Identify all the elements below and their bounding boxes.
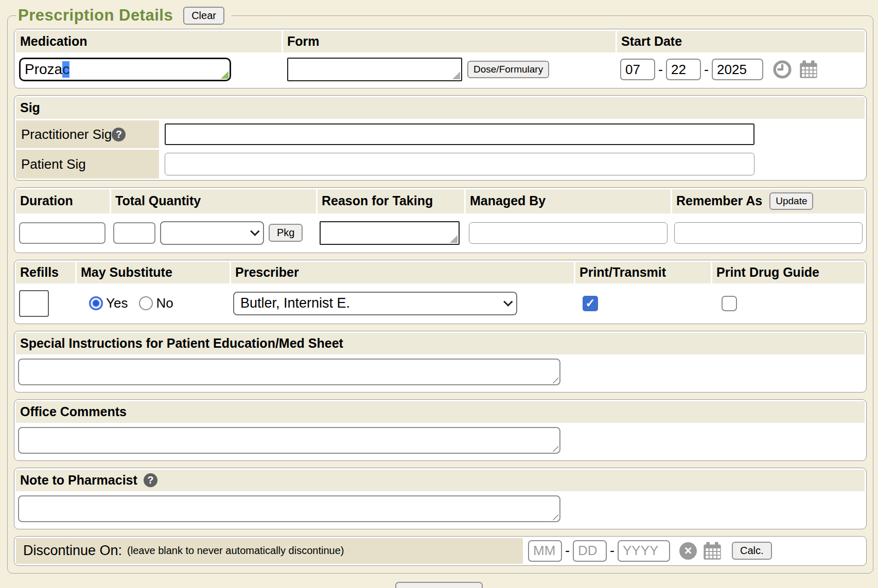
- note-to-pharmacist-header: Note to Pharmacist: [20, 473, 137, 488]
- details-panel: Duration Total Quantity Reason for Takin…: [14, 187, 867, 253]
- patient-sig-label: Patient Sig: [21, 156, 86, 172]
- practitioner-sig-label-cell: Practitioner Sig?: [16, 120, 159, 148]
- total-quantity-label: Total Quantity: [111, 189, 316, 213]
- form-label: Form: [283, 31, 616, 52]
- calc-button[interactable]: Calc.: [732, 542, 772, 560]
- print-drug-guide-checkbox[interactable]: [722, 296, 737, 311]
- dose-formulary-button[interactable]: Dose/Formulary: [467, 61, 549, 78]
- total-quantity-input[interactable]: [113, 222, 155, 244]
- quantity-unit-select[interactable]: [160, 221, 264, 245]
- start-date-day-input[interactable]: [666, 59, 701, 80]
- clear-date-icon[interactable]: ×: [679, 542, 697, 560]
- special-instructions-header: Special Instructions for Patient Educati…: [16, 333, 865, 354]
- fieldset-legend: Prescription Details Clear: [16, 6, 232, 25]
- duration-label: Duration: [16, 189, 110, 213]
- remember-as-input[interactable]: [674, 222, 863, 244]
- medication-panel-header: Medication Form Start Date: [16, 31, 865, 52]
- discontinue-year-input[interactable]: [618, 540, 670, 562]
- discontinue-label: Discontinue On:: [23, 543, 122, 559]
- note-to-pharmacist-header-cell: Note to Pharmacist?: [16, 470, 865, 491]
- remember-as-label-cell: Remember As Update: [672, 189, 865, 213]
- discontinue-label-cell: Discontinue On: (leave blank to never au…: [16, 538, 523, 564]
- may-substitute-no-label: No: [156, 295, 173, 311]
- may-substitute-yes-label: Yes: [106, 295, 128, 311]
- print-drug-guide-label: Print Drug Guide: [712, 262, 865, 283]
- date-separator: -: [610, 543, 614, 559]
- prescriber-panel: Refills May Substitute Prescriber Print/…: [14, 260, 867, 324]
- clear-button[interactable]: Clear: [183, 7, 224, 25]
- time-clock-icon[interactable]: [772, 60, 792, 79]
- practitioner-sig-input[interactable]: [165, 123, 754, 145]
- close-icon: ×: [684, 543, 692, 558]
- page-title: Prescription Details: [18, 6, 173, 25]
- date-separator: -: [565, 543, 570, 559]
- resize-corner-icon: [452, 72, 460, 79]
- chevron-down-icon: [250, 227, 259, 236]
- print-transmit-checkbox[interactable]: ✓: [583, 296, 598, 311]
- prescribe-button-row: Prescribe: [0, 582, 878, 588]
- special-instructions-textarea[interactable]: [18, 359, 560, 385]
- prescriber-selected-value: Butler, Internist E.: [240, 295, 350, 311]
- discontinue-panel: Discontinue On: (leave blank to never au…: [14, 536, 867, 566]
- practitioner-sig-label: Practitioner Sig: [21, 127, 112, 142]
- date-separator: -: [704, 62, 709, 78]
- office-comments-textarea[interactable]: [18, 427, 560, 454]
- remember-as-label: Remember As: [676, 193, 762, 208]
- reason-for-taking-input[interactable]: [320, 221, 460, 245]
- managed-by-input[interactable]: [469, 222, 668, 244]
- start-date-label: Start Date: [617, 31, 865, 52]
- prescriber-label: Prescriber: [231, 262, 574, 283]
- pkg-button[interactable]: Pkg: [269, 224, 303, 242]
- may-substitute-no-radio[interactable]: [139, 296, 153, 310]
- date-separator: -: [658, 62, 663, 78]
- check-icon: ✓: [585, 296, 595, 310]
- discontinue-month-input[interactable]: [528, 540, 562, 562]
- note-to-pharmacist-panel: Note to Pharmacist?: [14, 468, 867, 529]
- medication-label: Medication: [16, 31, 282, 52]
- print-transmit-label: Print/Transmit: [575, 262, 711, 283]
- patient-sig-input[interactable]: [165, 153, 754, 175]
- reason-label: Reason for Taking: [318, 189, 464, 213]
- duration-input[interactable]: [19, 222, 106, 244]
- calendar-icon[interactable]: [798, 59, 819, 80]
- help-icon[interactable]: ?: [144, 473, 157, 487]
- prescribe-button[interactable]: Prescribe: [395, 582, 483, 588]
- office-comments-header: Office Comments: [16, 401, 865, 423]
- prescriber-select[interactable]: Butler, Internist E.: [233, 292, 517, 315]
- resize-corner-icon: [450, 235, 458, 243]
- special-instructions-panel: Special Instructions for Patient Educati…: [14, 331, 867, 393]
- may-substitute-yes-radio[interactable]: [89, 296, 103, 310]
- discontinue-day-input[interactable]: [573, 540, 607, 562]
- calendar-icon[interactable]: [702, 541, 723, 561]
- update-button[interactable]: Update: [769, 192, 813, 210]
- patient-sig-label-cell: Patient Sig: [16, 150, 159, 179]
- chevron-down-icon: [503, 297, 513, 307]
- medication-selected-text: c: [62, 61, 69, 78]
- managed-by-label: Managed By: [466, 189, 671, 213]
- form-input[interactable]: [287, 58, 462, 81]
- start-date-year-input[interactable]: [712, 59, 763, 80]
- refills-input[interactable]: [19, 290, 49, 317]
- discontinue-hint: (leave blank to never automatically disc…: [127, 545, 344, 557]
- sig-header: Sig: [16, 97, 865, 119]
- note-to-pharmacist-textarea[interactable]: [18, 495, 560, 522]
- start-date-month-input[interactable]: [620, 59, 655, 80]
- help-icon[interactable]: ?: [112, 128, 126, 141]
- prescription-details-fieldset: Prescription Details Clear Medication Fo…: [7, 6, 873, 574]
- medication-panel: Medication Form Start Date Prozac Dose/F…: [14, 29, 867, 88]
- sig-panel: Sig Practitioner Sig? Patient Sig: [14, 95, 867, 181]
- refills-label: Refills: [16, 262, 75, 283]
- medication-value: Proza: [25, 61, 62, 78]
- office-comments-panel: Office Comments: [14, 399, 867, 461]
- may-substitute-label: May Substitute: [77, 262, 230, 283]
- autocomplete-corner-icon: [221, 71, 229, 79]
- medication-input[interactable]: Prozac: [19, 58, 231, 81]
